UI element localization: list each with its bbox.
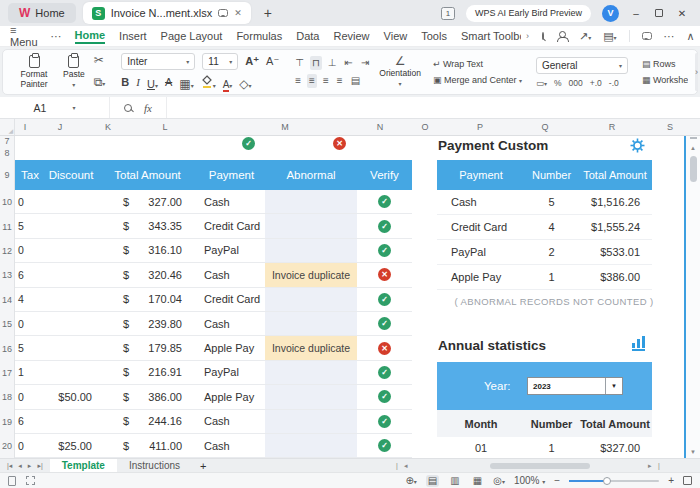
comma-format-button[interactable]: 000 [569,78,583,88]
bold-button[interactable]: B [121,77,129,88]
header-verify[interactable]: Verify [357,169,412,181]
cell-total-amount[interactable]: $ 316.10 [97,239,198,262]
reading-mode-button[interactable]: ◎▾ [493,475,505,486]
name-box[interactable]: A1 ▾ [0,97,110,118]
cell-payment[interactable]: Apple Pay [198,385,265,408]
cell-abnormal[interactable]: Invoice duplicate [265,263,357,286]
row-header[interactable]: 9 [0,160,14,190]
column-header[interactable]: O [421,122,428,132]
column-header[interactable]: J [58,122,63,132]
format-painter-button[interactable]: Format Painter [12,54,56,90]
vertical-scroll-thumb[interactable] [690,156,697,182]
justify-button[interactable]: ≡ [335,74,345,88]
column-header[interactable]: K [105,122,111,132]
merge-center-button[interactable]: ▣ Merge and Center ▾ [433,75,522,85]
ribbon-tab[interactable]: View [384,30,408,43]
column-header[interactable]: Q [541,122,548,132]
underline-button[interactable]: U▾ [147,74,158,92]
ribbon-tab[interactable]: Review [333,30,369,43]
zoom-out-button[interactable]: − [554,475,560,486]
decrease-font-button[interactable]: A⁻ [266,56,279,67]
row-header[interactable]: 13 [0,263,14,287]
cell-tax[interactable]: 0 [15,434,45,457]
sheet-tab[interactable]: Template [50,459,117,473]
normal-view-button[interactable]: ▤ [426,475,439,487]
cell-tax[interactable]: 6 [15,410,45,433]
share-button[interactable]: ↗▾ [579,30,591,43]
increase-font-button[interactable]: A⁺ [245,56,259,67]
column-header[interactable]: M [281,122,289,132]
cell-tax[interactable]: 0 [15,312,45,335]
cell-discount[interactable] [45,288,97,311]
ribbon-tab[interactable]: Formulas [236,30,282,43]
cell-discount[interactable] [45,361,97,384]
row-header[interactable]: 10 [0,190,14,214]
paste-button[interactable]: Paste ▾ [60,54,88,90]
cell-verify[interactable] [357,361,412,384]
cell-verify[interactable] [357,190,412,213]
align-right-button[interactable]: ≡ [321,74,331,88]
increase-indent-button[interactable]: ⇥ [359,56,371,70]
select-all-corner[interactable] [0,119,15,135]
header-payment[interactable]: Payment [198,169,265,181]
row-header[interactable]: 18 [0,385,14,409]
prev-sheet-icon[interactable]: ◂ [18,462,22,470]
insert-function-icon[interactable]: fx [144,102,152,114]
hscroll-left-icon[interactable]: ◂ [404,462,408,470]
rows-columns-button[interactable]: ▤ Rows [642,59,688,69]
ribbon-tab[interactable]: Page Layout [161,30,223,43]
cell-discount[interactable] [45,263,97,286]
sheet-tab[interactable]: Instructions [117,459,192,473]
cell-tax[interactable]: 5 [15,336,45,359]
cell-verify[interactable] [357,385,412,408]
row-header[interactable]: 19 [0,410,14,434]
row-header[interactable]: 12 [0,239,14,263]
header-tax[interactable]: Tax [15,169,45,181]
cell-abnormal[interactable]: Invoice duplicate [265,336,357,359]
cell-payment[interactable]: Cash [198,410,265,433]
cell-abnormal[interactable] [265,288,357,311]
cell-total-amount[interactable]: $ 239.80 [97,312,198,335]
header-abnormal[interactable]: Abnormal [265,169,357,181]
column-header[interactable]: S [667,122,673,132]
row-header[interactable]: 7 [0,136,14,146]
comment-icon[interactable] [642,32,652,40]
bar-chart-icon[interactable] [632,336,645,351]
cell-payment[interactable]: Cash [198,263,265,286]
strikethrough-button[interactable]: A [165,77,172,88]
clear-format-button[interactable]: ◇▾ [239,74,251,92]
align-left-button[interactable]: ≡ [293,74,303,88]
wps-ai-preview-button[interactable]: WPS AI Early Bird Preview [466,5,591,22]
cell-abnormal[interactable] [265,214,357,237]
row-header[interactable]: 8 [0,146,14,160]
ribbon-tab[interactable]: Home [75,29,106,44]
cell-payment[interactable]: Cash [198,312,265,335]
column-header[interactable]: N [377,122,384,132]
add-sheet-button[interactable]: + [200,460,206,472]
account-avatar[interactable]: V [602,5,619,22]
search-icon[interactable] [542,32,544,40]
cell-payment[interactable]: PayPal [198,361,265,384]
row-header[interactable]: 11 [0,214,14,238]
fill-color-button[interactable]: ▾ [201,74,216,92]
row-header[interactable]: 20 [0,434,14,458]
last-sheet-icon[interactable]: ▸| [37,462,42,470]
fullscreen-icon[interactable] [683,476,692,485]
header-total-amount[interactable]: Total Amount [97,169,198,181]
more-options-icon[interactable]: ⋯ [664,30,675,43]
cell-tax[interactable]: 4 [15,288,45,311]
formula-input[interactable] [167,97,700,118]
cell-verify[interactable] [357,239,412,262]
hscroll-right-icon[interactable]: ▸ [648,462,652,470]
cell-discount[interactable]: $25.00 [45,434,97,457]
cell-discount[interactable] [45,239,97,262]
zoom-in-button[interactable]: + [668,475,674,486]
cell-tax[interactable]: 0 [15,239,45,262]
collapse-ribbon-icon[interactable]: ∧ [687,30,695,43]
row-header[interactable]: 14 [0,288,14,312]
cell-total-amount[interactable]: $ 327.00 [97,190,198,213]
cell-abnormal[interactable] [265,385,357,408]
increase-decimal-button[interactable]: +.0 [590,78,602,88]
ribbon-overflow-chevron[interactable]: › [695,53,698,91]
home-tab[interactable]: W Home [8,3,76,23]
